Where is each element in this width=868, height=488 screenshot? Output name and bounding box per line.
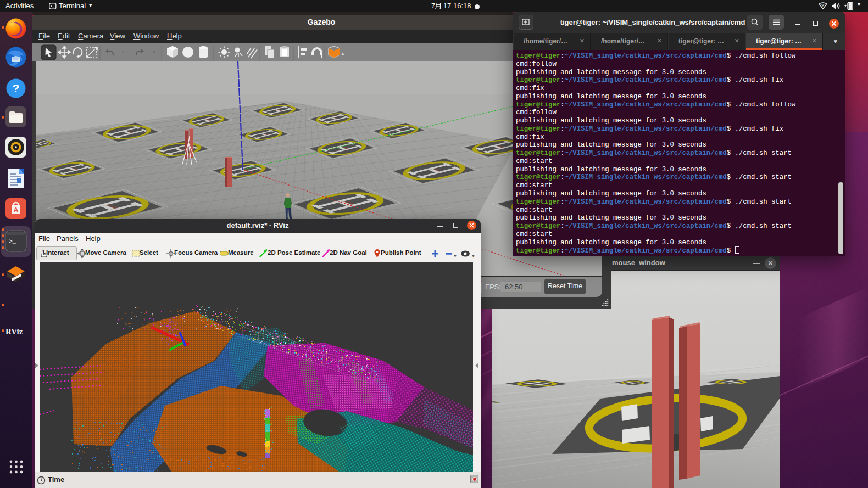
svg-text:>_: >_ [9, 238, 16, 245]
svg-text:?: ? [13, 82, 20, 94]
svg-text:A: A [13, 206, 19, 214]
svg-text:?: ? [821, 3, 825, 8]
